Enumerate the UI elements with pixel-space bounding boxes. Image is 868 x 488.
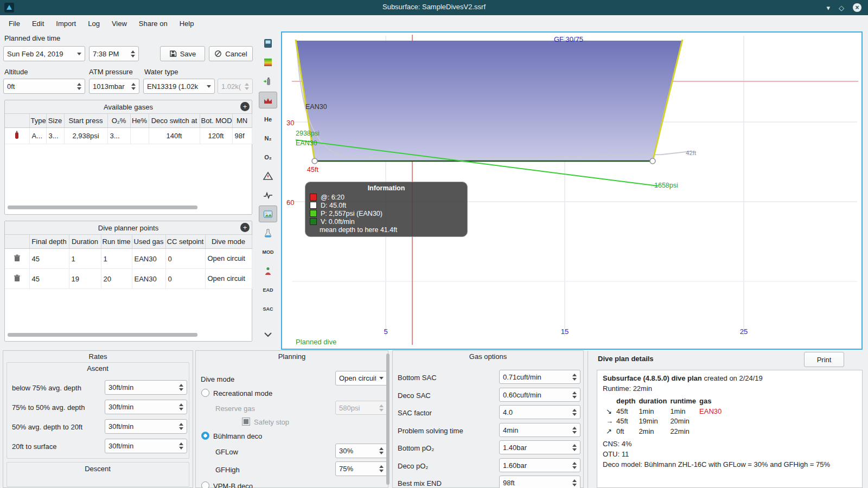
save-icon	[169, 50, 177, 57]
gas-option-spinner[interactable]: 1.60bar	[499, 458, 580, 472]
buhlmann-deco-radio[interactable]	[201, 432, 209, 440]
tank-warning-toggle-button[interactable]	[259, 168, 277, 184]
tissues-toggle-button[interactable]	[259, 224, 277, 241]
photos-toggle-button[interactable]	[259, 206, 277, 222]
sac-toggle-button[interactable]: SAC	[259, 300, 277, 317]
menu-import[interactable]: Import	[50, 17, 81, 30]
start-pressure-label: 2938psi	[296, 130, 320, 137]
water-type-label: Water type	[144, 68, 178, 76]
diver-icon	[263, 266, 273, 277]
trash-icon[interactable]	[14, 254, 21, 262]
date-combobox[interactable]: Sun Feb 24, 2019	[3, 46, 85, 61]
menu-share-on[interactable]: Share on	[133, 17, 173, 30]
print-button[interactable]: Print	[804, 352, 844, 367]
ead-toggle-button[interactable]: EAD	[259, 281, 277, 298]
gas-option-spinner[interactable]: 4min	[499, 423, 580, 437]
add-gas-button[interactable]: +	[240, 102, 250, 111]
pp-helium-toggle-button[interactable]: He	[259, 111, 277, 127]
gas-option-spinner[interactable]: 0.60cuft/min	[499, 388, 580, 402]
ascend-arrow: ↗	[606, 427, 616, 437]
gfhigh-spinner[interactable]: 75%	[335, 461, 387, 476]
gases-hscrollbar[interactable]	[8, 206, 197, 209]
plan-row: ↗ 0ft 2min 22min	[606, 427, 725, 437]
panel-separator[interactable]	[588, 351, 588, 488]
menu-view[interactable]: View	[106, 17, 132, 30]
plan-runtime: Runtime: 22min	[603, 384, 857, 394]
gas-option-spinner[interactable]: 98ft	[499, 476, 580, 488]
recreational-mode-radio[interactable]	[201, 389, 209, 397]
altitude-spinner[interactable]: 0ft	[3, 79, 85, 94]
vpmb-deco-radio[interactable]	[201, 481, 209, 488]
menu-log[interactable]: Log	[82, 17, 105, 30]
points-hscrollbar[interactable]	[8, 333, 197, 337]
points-table: Final depthDuration Run timeUsed gas CC …	[5, 235, 252, 289]
rate-spinner[interactable]: 30ft/min	[105, 400, 187, 414]
waypoint-handle[interactable]	[650, 158, 655, 164]
gas-option-spinner[interactable]: 4.0	[499, 405, 580, 419]
mod-toggle-button[interactable]: MOD	[259, 243, 277, 260]
menu-help[interactable]: Help	[174, 17, 200, 30]
calculated-ceiling-toggle-button[interactable]	[259, 54, 277, 70]
altitude-label: Altitude	[4, 68, 28, 76]
water-type-combobox[interactable]: EN13319 (1.02k	[143, 79, 215, 94]
descend-arrow: ↘	[606, 407, 616, 417]
gas-table-row[interactable]: A... 3... 2,938psi 3... 140ft 120ft 98f	[5, 128, 252, 144]
gas-option-label: Deco pO₂	[398, 462, 428, 470]
y-tick-30: 30	[286, 119, 294, 127]
gas-change-toggle-button[interactable]	[259, 73, 277, 89]
gflow-spinner[interactable]: 30%	[335, 444, 387, 458]
depth-start-label: 45ft	[307, 166, 318, 174]
add-point-button[interactable]: +	[240, 223, 250, 232]
trash-icon[interactable]	[14, 274, 21, 282]
menubar: File Edit Import Log View Share on Help	[0, 15, 868, 31]
rate-spinner[interactable]: 30ft/min	[105, 439, 187, 453]
chart-footer-label: Planned dive	[296, 338, 336, 346]
titlebar: Subsurface: SampleDivesV2.ssrf ▾ ◇ ×	[0, 0, 868, 15]
dive-planner-points-title: Dive planner points	[98, 224, 158, 232]
warning-triangle-icon	[263, 171, 273, 182]
dive-mode-combobox[interactable]: Open circuit	[335, 371, 387, 386]
dive-profile-chart[interactable]: GF 30/75 EAN30 2938psi EAN30 45ft 1658ps…	[281, 31, 863, 350]
heart-rate-toggle-button[interactable]	[259, 187, 277, 203]
save-button[interactable]: Save	[160, 46, 205, 61]
ead-label: EAD	[263, 287, 273, 293]
menu-edit[interactable]: Edit	[27, 17, 49, 30]
time-spinner[interactable]: 7:38 PM	[89, 46, 139, 61]
gas-option-spinner[interactable]: 0.71cuft/min	[499, 370, 580, 384]
gas-option-label: Best mix END	[398, 479, 442, 487]
planning-title: Planning	[196, 351, 388, 361]
safety-stop-checkbox[interactable]	[242, 418, 250, 426]
gas-label-top: EAN30	[305, 103, 327, 111]
gas-option-label: Deco SAC	[398, 391, 431, 400]
cancel-button[interactable]: Cancel	[209, 46, 253, 61]
information-tooltip[interactable]: Information @: 6:20 D: 45.0ft P: 2,557ps…	[305, 182, 468, 237]
pp-oxygen-toggle-button[interactable]: O₂	[259, 149, 277, 165]
rate-spinner[interactable]: 30ft/min	[105, 380, 187, 395]
point-table-row[interactable]: 45 19 20 EAN30 0 Open circuit	[5, 269, 252, 289]
atm-pressure-spinner[interactable]: 1013mbar	[89, 79, 139, 94]
point-table-row[interactable]: 45 1 1 EAN30 0 Open circuit	[5, 249, 252, 269]
gas-label-start: EAN30	[296, 139, 317, 147]
gas-option-spinner[interactable]: 1.40bar	[499, 440, 580, 454]
dive-computer-icon	[263, 38, 273, 49]
sac-colors-toggle-button[interactable]	[259, 262, 277, 279]
time-spin-arrows[interactable]	[131, 50, 135, 57]
window-close-icon[interactable]: ×	[853, 3, 861, 12]
dive-computer-toggle-button[interactable]	[259, 35, 277, 52]
rate-spinner[interactable]: 30ft/min	[105, 419, 187, 434]
pp-oxygen-label: O₂	[264, 154, 271, 160]
plan-cns: CNS: 4%	[603, 439, 857, 450]
waypoint-handle[interactable]	[312, 158, 317, 164]
plan-row: ↘ 45ft 1min 1min EAN30	[606, 407, 725, 417]
planning-vscrollbar[interactable]	[386, 354, 390, 485]
white-swatch-icon	[310, 202, 317, 209]
pp-nitrogen-toggle-button[interactable]: N₂	[259, 130, 277, 146]
calculated-ceiling-icon	[263, 57, 273, 68]
ceiling-display-toggle-button[interactable]	[259, 92, 277, 108]
toolbar-collapse-button[interactable]	[259, 328, 277, 342]
gf-label: GF 30/75	[554, 35, 583, 43]
menu-file[interactable]: File	[3, 17, 25, 30]
window-maximize-icon[interactable]: ◇	[839, 4, 844, 11]
recreational-mode-label: Recreational mode	[213, 389, 272, 397]
window-shade-icon[interactable]: ▾	[826, 4, 830, 11]
